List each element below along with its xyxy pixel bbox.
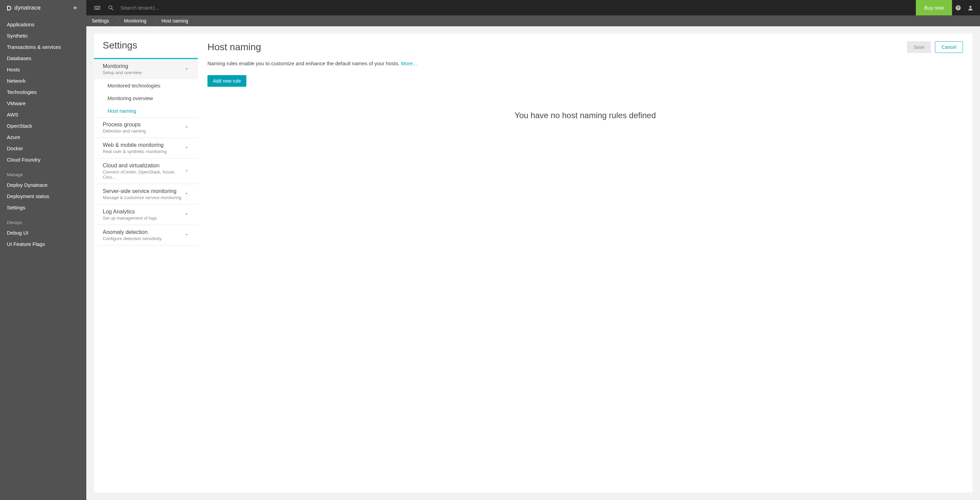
nav-item-azure[interactable]: Azure [0,131,86,143]
nav-item-synthetic[interactable]: Synthetic [0,30,86,42]
category-title: Monitoring [103,63,142,69]
empty-state-text: You have no host naming rules defined [207,111,963,120]
brand-text: dynatrace [14,5,41,11]
nav-section-manage: Manage [0,165,86,179]
settings-category-header[interactable]: Process groupsDetection and naming [94,118,198,137]
svg-rect-5 [96,8,99,8]
settings-category-header[interactable]: Web & mobile monitoringReal user & synth… [94,138,198,158]
keyboard-shortcuts-button[interactable] [91,2,103,14]
category-subtitle: Real user & synthetic monitoring [103,149,167,154]
nav-item-cloud-foundry[interactable]: Cloud Foundry [0,154,86,165]
settings-category-header[interactable]: MonitoringSetup and overview [94,58,198,79]
settings-category-server-side-service-monitoring: Server-side service monitoringManage & c… [94,184,198,204]
svg-line-7 [111,8,113,10]
settings-panel: Settings MonitoringSetup and overviewMon… [94,34,198,492]
search-button[interactable] [105,2,117,14]
category-title: Web & mobile monitoring [103,142,167,148]
settings-category-header[interactable]: Server-side service monitoringManage & c… [94,184,198,204]
svg-rect-3 [98,7,98,8]
content: Settings MonitoringSetup and overviewMon… [86,26,980,500]
breadcrumb-settings[interactable]: Settings [86,15,116,26]
search-wrap [103,2,916,14]
user-menu-button[interactable] [964,2,977,14]
user-icon [967,5,974,11]
nav-item-transactions-services[interactable]: Transactions & services [0,42,86,53]
breadcrumb-host-naming[interactable]: Host naming [153,15,195,26]
category-title: Server-side service monitoring [103,188,181,194]
chevron-down-icon [184,212,189,217]
primary-nav: ApplicationsSyntheticTransactions & serv… [0,15,86,253]
settings-category-process-groups: Process groupsDetection and naming [94,117,198,137]
breadcrumb: SettingsMonitoringHost naming [86,15,980,26]
chevron-down-icon [184,145,189,151]
category-title: Cloud and virtualization [103,163,184,169]
page-description: Naming rules enable you to customize and… [207,61,963,66]
svg-rect-1 [95,7,96,8]
nav-item-deploy-dynatrace[interactable]: Deploy Dynatrace [0,179,86,190]
chevron-down-icon [184,168,189,174]
add-new-rule-button[interactable]: Add new rule [207,75,247,87]
brand-logo[interactable]: dynatrace [6,5,41,11]
chevron-down-icon [184,232,189,238]
nav-item-technologies[interactable]: Technologies [0,86,86,98]
category-title: Log Analytics [103,209,157,215]
page-description-text: Naming rules enable you to customize and… [207,61,401,66]
settings-category-header[interactable]: Anomaly detectionConfigure detection sen… [94,225,198,245]
save-button[interactable]: Save [907,42,931,53]
help-button[interactable]: ? [952,2,964,14]
help-icon: ? [955,5,961,11]
nav-item-vmware[interactable]: VMware [0,98,86,109]
nav-item-aws[interactable]: AWS [0,109,86,120]
arrow-left-icon [73,5,78,11]
category-subtitle: Setup and overview [103,70,142,75]
topbar: Buy now ? [86,0,980,15]
chevron-down-icon [184,191,189,197]
settings-category-header[interactable]: Log AnalyticsSet up management of logs [94,204,198,225]
cancel-button[interactable]: Cancel [935,42,963,53]
settings-subcategory-list: Monitored technologiesMonitoring overvie… [94,79,198,117]
chevron-down-icon [184,125,189,131]
svg-text:?: ? [957,5,959,10]
nav-item-network[interactable]: Network [0,75,86,86]
nav-item-debug-ui[interactable]: Debug UI [0,227,86,238]
main-area: Buy now ? SettingsMonitoringHost naming … [86,0,980,500]
nav-item-settings[interactable]: Settings [0,202,86,213]
settings-subitem-host-naming[interactable]: Host naming [94,104,198,117]
category-title: Anomaly detection [103,229,162,235]
nav-item-openstack[interactable]: OpenStack [0,120,86,131]
dynatrace-icon [6,5,12,11]
settings-subitem-monitoring-overview[interactable]: Monitoring overview [94,92,198,104]
nav-section-devops: Devops [0,213,86,227]
page-title: Host naming [207,42,261,53]
svg-rect-0 [95,6,100,9]
settings-category-monitoring: MonitoringSetup and overviewMonitored te… [94,58,198,117]
svg-rect-4 [99,7,99,8]
buy-now-button[interactable]: Buy now [916,0,952,15]
settings-panel-title: Settings [94,34,198,58]
category-subtitle: Connect vCenter, OpenStack, Azure, Clou.… [103,169,184,180]
svg-rect-2 [97,7,97,8]
settings-category-header[interactable]: Cloud and virtualizationConnect vCenter,… [94,158,198,184]
keyboard-icon [94,5,100,11]
page-panel: Host naming Save Cancel Naming rules ena… [198,34,972,492]
nav-item-hosts[interactable]: Hosts [0,64,86,75]
category-subtitle: Manage & customize service monitoring [103,195,181,200]
breadcrumb-monitoring[interactable]: Monitoring [116,15,153,26]
page-header: Host naming Save Cancel [207,42,963,53]
page-actions: Save Cancel [907,42,963,53]
nav-item-deployment-status[interactable]: Deployment status [0,190,86,202]
search-icon [108,5,114,11]
category-subtitle: Configure detection sensitivity [103,236,162,241]
nav-item-ui-feature-flags[interactable]: UI Feature Flags [0,238,86,250]
nav-item-docker[interactable]: Docker [0,143,86,154]
settings-subitem-monitored-technologies[interactable]: Monitored technologies [94,79,198,92]
more-link[interactable]: More... [401,61,417,66]
nav-item-databases[interactable]: Databases [0,53,86,64]
settings-category-web-mobile-monitoring: Web & mobile monitoringReal user & synth… [94,137,198,158]
search-input[interactable] [121,5,916,11]
category-title: Process groups [103,121,146,128]
settings-category-cloud-and-virtualization: Cloud and virtualizationConnect vCenter,… [94,158,198,184]
nav-item-applications[interactable]: Applications [0,19,86,30]
collapse-sidebar-button[interactable] [71,3,80,13]
category-subtitle: Set up management of logs [103,216,157,220]
